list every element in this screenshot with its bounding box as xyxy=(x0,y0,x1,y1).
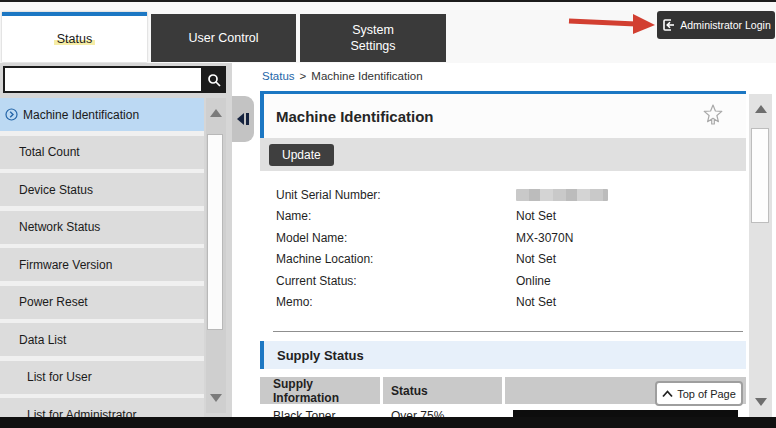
info-label: Name: xyxy=(276,209,516,223)
sidebar-menu: Machine Identification Total Count Devic… xyxy=(0,98,204,417)
sidebar-item-label: Device Status xyxy=(19,183,93,197)
red-arrow-pointer-icon xyxy=(566,12,658,36)
sidebar-item-label: Data List xyxy=(19,333,66,347)
tab-system-settings-label: System Settings xyxy=(350,22,395,55)
administrator-login-button[interactable]: Administrator Login xyxy=(657,11,775,39)
info-row-status: Current Status: Online xyxy=(276,270,746,292)
tab-user-control[interactable]: User Control xyxy=(151,14,296,62)
triangle-down-icon xyxy=(210,394,222,402)
sidebar-item-label: Power Reset xyxy=(19,295,88,309)
sidebar-item-label: Total Count xyxy=(19,145,80,159)
info-label: Current Status: xyxy=(276,274,516,288)
info-label: Model Name: xyxy=(276,231,516,245)
scroll-down-button[interactable] xyxy=(749,387,772,417)
sidebar-item-device-status[interactable]: Device Status xyxy=(0,173,204,206)
section-divider xyxy=(273,331,743,332)
supply-status-cell: Over 75% xyxy=(383,406,502,417)
scrollbar-thumb[interactable] xyxy=(751,128,769,223)
search-input[interactable] xyxy=(3,66,201,93)
tab-status[interactable]: Status xyxy=(2,12,147,62)
column-header-status: Status xyxy=(383,377,502,404)
top-of-page-label: Top of Page xyxy=(677,388,736,400)
info-row-location: Machine Location: Not Set xyxy=(276,249,746,271)
chevron-up-icon xyxy=(662,390,673,398)
panel-header: Machine Identification xyxy=(260,94,746,138)
info-value: Not Set xyxy=(516,252,556,266)
sidebar-search xyxy=(3,66,226,93)
update-button[interactable]: Update xyxy=(269,144,334,166)
sidebar-item-power-reset[interactable]: Power Reset xyxy=(0,286,204,319)
table-row-black-toner: Black Toner Over 75% xyxy=(260,406,746,417)
star-outline-icon[interactable] xyxy=(702,103,724,127)
info-row-serial: Unit Serial Number: xyxy=(276,184,746,206)
sidebar-collapse-handle[interactable] xyxy=(232,96,254,142)
main-scrollbar[interactable] xyxy=(749,94,772,417)
triangle-up-icon xyxy=(755,105,767,113)
info-row-name: Name: Not Set xyxy=(276,206,746,228)
sidebar-item-label: List for Administrator xyxy=(27,408,136,418)
collapse-panel-icon xyxy=(236,112,250,126)
toner-level-bar xyxy=(513,410,738,418)
redacted-serial-value xyxy=(516,189,608,201)
sidebar-item-label: Firmware Version xyxy=(19,258,112,272)
info-label: Unit Serial Number: xyxy=(276,188,516,202)
breadcrumb-current-page: Machine Identification xyxy=(311,70,422,82)
info-value: Online xyxy=(516,274,551,288)
supply-status-heading: Supply Status xyxy=(260,341,746,369)
sidebar-item-network-status[interactable]: Network Status xyxy=(0,211,204,244)
scroll-down-button[interactable] xyxy=(206,383,226,413)
breadcrumb: Status > Machine Identification xyxy=(262,70,423,82)
breadcrumb-separator: > xyxy=(300,70,307,82)
magnifier-icon xyxy=(207,73,221,87)
info-value: Not Set xyxy=(516,209,556,223)
search-button[interactable] xyxy=(201,66,226,93)
column-header-supply-information: Supply Information xyxy=(260,377,380,404)
bottom-black-bar xyxy=(0,417,776,428)
supply-level-cell xyxy=(505,406,746,417)
info-label: Memo: xyxy=(276,295,516,309)
circled-chevron-icon xyxy=(5,108,18,121)
sidebar: Machine Identification Total Count Devic… xyxy=(0,63,232,417)
sidebar-item-data-list[interactable]: Data List xyxy=(0,323,204,356)
sidebar-scrollbar[interactable] xyxy=(206,98,226,413)
supply-name-cell: Black Toner xyxy=(260,406,380,417)
sidebar-item-list-for-user[interactable]: List for User xyxy=(0,361,204,394)
sidebar-item-label: Network Status xyxy=(19,220,100,234)
info-row-model: Model Name: MX-3070N xyxy=(276,227,746,249)
info-row-memo: Memo: Not Set xyxy=(276,292,746,314)
tab-user-control-label: User Control xyxy=(188,31,258,45)
machine-info-list: Unit Serial Number: Name: Not Set Model … xyxy=(260,171,746,313)
top-of-page-button[interactable]: Top of Page xyxy=(655,381,743,406)
page-title: Machine Identification xyxy=(276,108,434,125)
info-label: Machine Location: xyxy=(276,252,516,266)
info-value: Not Set xyxy=(516,295,556,309)
sidebar-item-label: Machine Identification xyxy=(23,108,139,122)
sidebar-item-list-for-administrator[interactable]: List for Administrator xyxy=(0,398,204,417)
breadcrumb-section-link[interactable]: Status xyxy=(262,70,295,82)
tab-system-settings[interactable]: System Settings xyxy=(300,14,446,62)
machine-identification-panel: Machine Identification Update Unit Seria… xyxy=(260,91,746,417)
info-value: MX-3070N xyxy=(516,231,573,245)
sidebar-item-total-count[interactable]: Total Count xyxy=(0,136,204,169)
scroll-up-button[interactable] xyxy=(206,98,226,128)
scrollbar-thumb[interactable] xyxy=(207,134,223,330)
sidebar-item-label: List for User xyxy=(27,370,92,384)
sidebar-item-firmware-version[interactable]: Firmware Version xyxy=(0,248,204,281)
triangle-up-icon xyxy=(210,109,222,117)
supply-status-title: Supply Status xyxy=(277,348,364,363)
login-arrow-icon xyxy=(661,18,675,32)
update-toolbar: Update xyxy=(260,138,746,171)
tab-status-label: Status xyxy=(54,32,95,46)
sidebar-item-machine-identification[interactable]: Machine Identification xyxy=(0,98,204,131)
scroll-up-button[interactable] xyxy=(749,94,772,124)
administrator-login-label: Administrator Login xyxy=(680,19,770,31)
triangle-down-icon xyxy=(755,398,767,406)
